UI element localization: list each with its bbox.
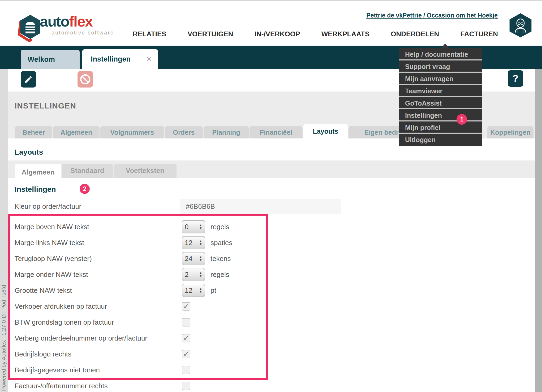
vertical-scrollbar[interactable] xyxy=(535,69,542,392)
setting-label: Terugloop NAW (venster) xyxy=(15,255,182,263)
unit-label: regels xyxy=(210,223,229,231)
menu-item-mijn-profiel[interactable]: Mijn profiel xyxy=(399,121,482,134)
menu-item-mijn-aanvragen[interactable]: Mijn aanvragen xyxy=(399,73,482,85)
spinner-arrows: ▲ ▼ xyxy=(199,240,202,246)
spinner-down-icon[interactable]: ▼ xyxy=(199,243,202,246)
tab-orders[interactable]: Orders xyxy=(165,126,203,138)
tab-algemeen[interactable]: Algemeen xyxy=(53,126,100,138)
setting-label: Marge boven NAW tekst xyxy=(15,223,182,231)
app-screen: autoflex automotive software Pettrie de … xyxy=(0,0,542,392)
tab-beheer[interactable]: Beheer xyxy=(15,126,52,138)
nav-facturen[interactable]: FACTUREN xyxy=(460,30,498,38)
tab-volgnummers[interactable]: Volgnummers xyxy=(100,126,164,138)
setting-row-verkoper-afdrukken: Verkoper afdrukken op factuur ✓ xyxy=(15,298,280,314)
subtab-algemeen[interactable]: Algemeen xyxy=(15,164,61,181)
question-mark-icon: ? xyxy=(513,73,518,84)
menu-item-instellingen[interactable]: Instellingen xyxy=(399,109,482,121)
page-title: INSTELLINGEN xyxy=(15,101,76,110)
logo-garage-door xyxy=(25,22,35,33)
unit-label: spaties xyxy=(210,239,232,247)
window-tab-welkom-label: Welkom xyxy=(28,55,55,64)
user-avatar[interactable] xyxy=(508,13,533,38)
subtab-standaard[interactable]: Standaard xyxy=(62,164,113,178)
setting-row-marge-boven: Marge boven NAW tekst 0 ▲ ▼ regels xyxy=(15,219,280,235)
setting-label: Verkoper afdrukken op factuur xyxy=(15,302,182,311)
menu-caret-icon xyxy=(441,43,449,48)
spinner-terugloop[interactable]: 24 ▲ ▼ xyxy=(182,252,205,265)
checkmark-icon: ✓ xyxy=(183,303,189,310)
spinner-down-icon[interactable]: ▼ xyxy=(199,290,202,293)
tab-planning[interactable]: Planning xyxy=(204,126,249,138)
spinner-value: 12 xyxy=(185,286,199,295)
unit-label: tekens xyxy=(210,255,231,263)
wordmark-flex: flex xyxy=(69,13,93,30)
spinner-arrows: ▲ ▼ xyxy=(199,256,202,262)
setting-row-factuurnummer-rechts: Factuur-/offertenummer rechts ✓ xyxy=(15,378,280,392)
autoflex-logo-icon xyxy=(18,14,43,42)
menu-item-uitloggen[interactable]: Uitloggen xyxy=(399,134,482,146)
checkbox-verkoper-afdrukken[interactable]: ✓ xyxy=(182,302,190,311)
nav-relaties[interactable]: RELATIES xyxy=(133,30,166,38)
spinner-value: 2 xyxy=(185,271,199,279)
spinner-down-icon[interactable]: ▼ xyxy=(199,259,202,262)
autoflex-wordmark[interactable]: autoflex automotive software xyxy=(40,14,114,36)
wordmark-auto: auto xyxy=(40,13,69,30)
setting-row-marge-onder: Marge onder NAW tekst 2 ▲ ▼ regels xyxy=(15,267,280,282)
window-tab-welkom[interactable]: Welkom xyxy=(21,50,80,69)
unit-label: pt xyxy=(210,286,216,295)
spinner-value: 12 xyxy=(185,239,199,247)
nav-werkplaats[interactable]: WERKPLAATS xyxy=(321,30,370,38)
spinner-marge-onder[interactable]: 2 ▲ ▼ xyxy=(182,268,205,281)
setting-label: Grootte NAW tekst xyxy=(15,286,182,295)
nav-voertuigen[interactable]: VOERTUIGEN xyxy=(188,30,233,38)
spinner-down-icon[interactable]: ▼ xyxy=(199,227,202,230)
tab-financieel[interactable]: Financiëel xyxy=(250,126,303,138)
setting-row-btw-grondslag: BTW grondslag tonen op factuur ✓ xyxy=(15,314,280,330)
cancel-button[interactable] xyxy=(78,71,93,88)
top-divider xyxy=(0,0,542,1)
window-tab-instellingen-label: Instellingen xyxy=(91,55,131,63)
powered-by-text: Powered by Autoflex | 1.27.0-D | Pod: ls… xyxy=(1,223,8,391)
setting-row-bedrijfsgegevens: Bedrijfsgegevens niet tonen ✓ xyxy=(15,362,280,378)
user-dropdown-menu: Help / documentatie Support vraag Mijn a… xyxy=(399,48,482,146)
help-button[interactable]: ? xyxy=(508,70,523,87)
color-field-input[interactable] xyxy=(180,199,341,214)
setting-label: Verberg onderdeelnummer op order/factuur xyxy=(15,334,182,342)
setting-label: Factuur-/offertenummer rechts xyxy=(15,382,182,390)
tab-layouts[interactable]: Layouts xyxy=(303,124,348,138)
checkbox-bedrijfslogo-rechts[interactable]: ✓ xyxy=(182,350,190,358)
spinner-arrows: ▲ ▼ xyxy=(199,224,202,230)
tab-koppelingen[interactable]: Koppelingen xyxy=(487,126,534,138)
main-nav: RELATIES VOERTUIGEN IN-/VERKOOP WERKPLAA… xyxy=(133,29,498,39)
avatar-hexagon xyxy=(510,13,532,37)
checkbox-factuurnummer-rechts[interactable]: ✓ xyxy=(182,382,190,390)
checkbox-verberg-onderdeelnummer[interactable]: ✓ xyxy=(182,334,190,342)
ban-icon xyxy=(80,74,90,84)
nav-in-verkoop[interactable]: IN-/VERKOOP xyxy=(255,30,300,38)
spinner-grootte[interactable]: 12 ▲ ▼ xyxy=(182,284,205,297)
close-tab-icon[interactable]: ✕ xyxy=(146,55,152,63)
spinner-down-icon[interactable]: ▼ xyxy=(199,275,202,277)
user-account-link[interactable]: Pettrie de vkPettrie / Occasion om het H… xyxy=(366,12,498,19)
checkmark-icon: ✓ xyxy=(183,334,189,342)
spinner-marge-boven[interactable]: 0 ▲ ▼ xyxy=(182,220,205,233)
menu-item-support-vraag[interactable]: Support vraag xyxy=(399,60,482,73)
spinner-arrows: ▲ ▼ xyxy=(199,272,202,277)
setting-row-verberg-onderdeelnummer: Verberg onderdeelnummer op order/factuur… xyxy=(15,330,280,346)
checkbox-bedrijfsgegevens[interactable]: ✓ xyxy=(182,366,190,374)
setting-row-grootte: Grootte NAW tekst 12 ▲ ▼ pt xyxy=(15,282,280,298)
menu-item-teamviewer[interactable]: Teamviewer xyxy=(399,85,482,97)
subtab-voetteksten[interactable]: Voetteksten xyxy=(114,164,177,178)
menu-item-gotoassist[interactable]: GoToAssist xyxy=(399,97,482,109)
menu-item-help-documentatie[interactable]: Help / documentatie xyxy=(399,48,482,60)
unit-label: regels xyxy=(210,271,229,279)
checkbox-btw-grondslag[interactable]: ✓ xyxy=(182,318,190,326)
setting-label: Bedrijfsgegevens niet tonen xyxy=(15,366,182,374)
wordmark-tagline: automotive software xyxy=(40,30,114,36)
setting-label: Bedrijfslogo rechts xyxy=(15,350,182,358)
edit-button[interactable] xyxy=(21,71,36,88)
spinner-value: 24 xyxy=(185,255,199,263)
nav-onderdelen[interactable]: ONDERDELEN xyxy=(391,30,439,38)
spinner-marge-links[interactable]: 12 ▲ ▼ xyxy=(182,236,205,249)
window-tab-instellingen[interactable]: Instellingen ✕ xyxy=(82,49,158,69)
